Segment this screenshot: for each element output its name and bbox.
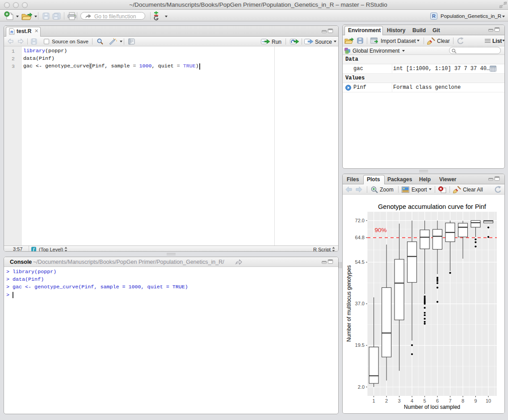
svg-text:5: 5 (424, 398, 426, 403)
svg-text:2: 2 (385, 398, 388, 403)
svg-text:Genotype accumulation curve fo: Genotype accumulation curve for Pinf (378, 203, 487, 210)
svg-text:Number of multilocus genotypes: Number of multilocus genotypes (346, 265, 352, 341)
svg-text:37.0: 37.0 (355, 301, 365, 306)
svg-text:4: 4 (411, 398, 413, 403)
svg-text:72.0: 72.0 (355, 218, 365, 223)
svg-text:9: 9 (474, 398, 477, 403)
svg-text:90%: 90% (374, 227, 386, 233)
svg-text:1: 1 (373, 398, 375, 403)
svg-text:R: R (432, 13, 436, 19)
svg-text:6: 6 (436, 398, 439, 403)
svg-text:2.0: 2.0 (358, 384, 365, 390)
svg-text:19.5: 19.5 (355, 342, 365, 348)
svg-text:64.8: 64.8 (355, 235, 365, 240)
svg-text:R: R (10, 30, 13, 34)
svg-text:54.5: 54.5 (355, 259, 365, 265)
svg-text:Number of loci sampled: Number of loci sampled (404, 404, 460, 410)
svg-text:8: 8 (462, 398, 464, 403)
svg-text:10: 10 (486, 398, 491, 403)
svg-text:3: 3 (398, 398, 401, 403)
svg-text:7: 7 (449, 398, 451, 403)
